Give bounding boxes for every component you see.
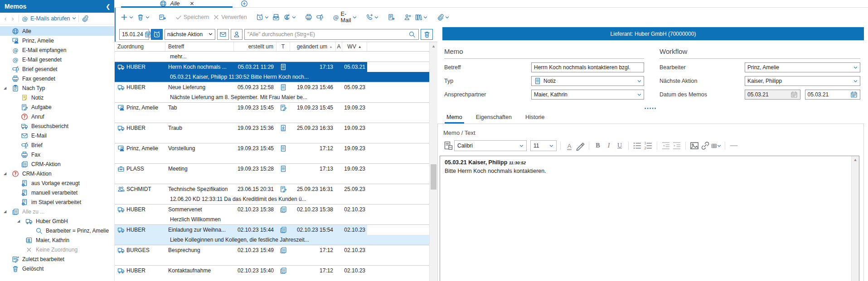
- memo-row[interactable]: HUBER Neue Lieferung 05.09.23 12:58 19.0…: [115, 82, 429, 102]
- memo-row[interactable]: Prinz, Amelie Tab 19.09.23 15:45 19.09.2…: [115, 102, 429, 123]
- ansprechpartner-dropdown[interactable]: Maier, Kathrin: [531, 90, 644, 100]
- image-button[interactable]: [689, 141, 699, 151]
- sidebar-item-prinz-amelie[interactable]: Prinz, Amelie: [0, 36, 114, 45]
- e-mail-button[interactable]: @E-Mail: [331, 10, 358, 25]
- memo-row-main[interactable]: HUBER Sommervenet 02.10.23 15:38 02.10.2…: [115, 205, 367, 214]
- fetch-emails-button[interactable]: @ E-Mails abrufen: [21, 15, 76, 22]
- person-add-button[interactable]: [402, 12, 412, 22]
- trash-button[interactable]: [136, 12, 151, 22]
- sidebar-item-crm-aktion[interactable]: CRM-Aktion: [0, 159, 114, 169]
- paperclip-icon[interactable]: [81, 15, 88, 22]
- memo-row-main[interactable]: HUBER Neue Lieferung 05.09.23 12:58 19.0…: [115, 82, 367, 92]
- scroll-up-icon[interactable]: ▲: [430, 42, 437, 50]
- memo-row[interactable]: Prinz, Amelie Vorstellung 19.09.23 15:45…: [115, 143, 429, 163]
- phone-button[interactable]: [364, 12, 380, 22]
- editor-scrollbar[interactable]: ▲: [851, 156, 859, 281]
- back-arrow-icon[interactable]: ‹: [2, 15, 9, 22]
- memo-row-main[interactable]: Prinz, Amelie Vorstellung 19.09.23 15:45…: [115, 143, 367, 153]
- font-family-dropdown[interactable]: Calibri: [454, 140, 527, 151]
- tree-expander-icon[interactable]: ◢: [4, 86, 6, 90]
- grid-more-row[interactable]: mehr...: [115, 52, 429, 62]
- sidebar-item-alle[interactable]: Alle: [0, 26, 114, 36]
- memo-row-main[interactable]: HUBER Kontaktaufnahme 02.10.23 15:40 17:…: [115, 266, 367, 276]
- sidebar-item-gelöscht[interactable]: Gelöscht: [0, 264, 114, 273]
- memo-row[interactable]: HUBER Traub 19.09.23 15:36 25.09.23 16:3…: [115, 123, 429, 143]
- column-header-erstellt-um[interactable]: erstellt um: [234, 42, 276, 51]
- next-action-toggle-button[interactable]: [151, 29, 163, 40]
- sidebar-item-manuell-verarbeitet[interactable]: manuell verarbeitet: [0, 188, 114, 197]
- column-header-geändert-um[interactable]: geändert um▲: [290, 42, 336, 51]
- collapse-sidebar-icon[interactable]: ❮: [106, 3, 111, 10]
- sidebar-item-bearbeiter-prinz-amelie[interactable]: Bearbeiter = Prinz, Amelie: [0, 226, 114, 235]
- font-color-button[interactable]: A: [564, 141, 574, 151]
- column-header-t[interactable]: T: [276, 42, 290, 51]
- datum-bis-field[interactable]: 05.03.21: [805, 90, 861, 100]
- tree-expander-icon[interactable]: ◢: [17, 219, 20, 223]
- clear-filter-button[interactable]: [421, 29, 433, 40]
- memo-editor[interactable]: 05.03.21 Kaiser, Philipp 11:30:52 Bitte …: [440, 156, 859, 281]
- sidebar-item-besuchsbericht[interactable]: Besuchsbericht: [0, 121, 114, 131]
- column-header-zuordnung[interactable]: Zuordnung: [115, 42, 165, 51]
- mailbox-button[interactable]: [315, 12, 325, 22]
- memo-row-main[interactable]: Prinz, Amelie Tab 19.09.23 15:45 19.09.2…: [115, 103, 367, 113]
- sidebar-item-im-stapel-verarbeitet[interactable]: im Stapel verarbeitet: [0, 197, 114, 207]
- fax-button[interactable]: [304, 12, 314, 22]
- column-header-wv[interactable]: WV▲: [342, 42, 367, 51]
- sidebar-item-maier-kathrin[interactable]: Maier, Kathrin: [0, 235, 114, 245]
- memo-row[interactable]: SCHMIDT Technische Spezifikation 23.06.1…: [115, 184, 429, 204]
- scrollbar-thumb[interactable]: [431, 164, 436, 190]
- tab-memo[interactable]: Memo: [446, 114, 463, 124]
- sidebar-item-zuletzt-bearbeitet[interactable]: Zuletzt bearbeitet: [0, 254, 114, 264]
- tree-expander-icon[interactable]: ◢: [4, 210, 6, 214]
- bold-button[interactable]: B: [593, 141, 603, 151]
- memo-row[interactable]: HUBER Herrn Koch nochmals ... 05.03.21 1…: [115, 62, 429, 82]
- link-button[interactable]: [700, 141, 710, 151]
- new-tab-button[interactable]: [241, 0, 248, 7]
- search-input[interactable]: "Alle" durchsuchen (Strg+E): [244, 29, 419, 40]
- search-icon[interactable]: [408, 31, 416, 38]
- alarm-button[interactable]: [255, 12, 270, 22]
- close-tab-icon[interactable]: ✕: [189, 0, 194, 7]
- scroll-up-icon[interactable]: ▲: [853, 156, 858, 163]
- paste-button[interactable]: [443, 141, 453, 151]
- person-redo-button[interactable]: [282, 12, 297, 22]
- ol-button[interactable]: 12: [643, 141, 653, 151]
- calendar-icon[interactable]: [850, 91, 858, 98]
- sidebar-item-e-mail-gesendet[interactable]: @E-Mail gesendet: [0, 55, 114, 64]
- table-button[interactable]: [711, 141, 721, 151]
- sidebar-item-crm-aktion[interactable]: ◢?CRM-Aktion: [0, 169, 114, 178]
- font-size-dropdown[interactable]: 11: [530, 140, 557, 151]
- tab-historie[interactable]: Historie: [524, 114, 545, 124]
- tab-alle[interactable]: Alle ✕: [121, 0, 233, 7]
- italic-button[interactable]: I: [604, 141, 614, 151]
- assign-button[interactable]: [157, 12, 167, 22]
- splitter-handle[interactable]: •••••: [437, 107, 864, 110]
- sidebar-item-huber-gmbh[interactable]: ◢Huber GmbH: [0, 216, 114, 226]
- sidebar-item-e-mail[interactable]: E-Mail: [0, 131, 114, 140]
- memo-row[interactable]: BURGES Besprechung 02.10.23 15:49 17:12 …: [115, 245, 429, 265]
- betreff-input[interactable]: Herrn Koch nochmals kontaktieren bzgl.: [531, 62, 644, 72]
- memo-row[interactable]: HUBER Einladung zur Weihna... 02.10.23 1…: [115, 224, 429, 245]
- doc-export-button[interactable]: [386, 12, 396, 22]
- sidebar-item-fax[interactable]: Fax: [0, 150, 114, 159]
- column-header-betreff[interactable]: Betreff: [165, 42, 234, 51]
- date-filter-field[interactable]: 15.01.24: [119, 29, 149, 40]
- sidebar-item-aufgabe[interactable]: Aufgabe: [0, 102, 114, 112]
- ul-button[interactable]: [632, 141, 642, 151]
- plus-button[interactable]: [119, 12, 135, 22]
- highlight-button[interactable]: [575, 141, 585, 151]
- email-filter-button[interactable]: [217, 29, 229, 40]
- forward-arrow-icon[interactable]: ›: [9, 15, 16, 22]
- memo-row-main[interactable]: BURGES Besprechung 02.10.23 15:49 17:12 …: [115, 245, 367, 255]
- bearbeiter-dropdown[interactable]: Prinz, Amelie: [745, 62, 860, 72]
- typ-dropdown[interactable]: Notiz: [531, 76, 644, 86]
- memo-row[interactable]: HUBER Kontaktaufnahme 02.10.23 15:40 17:…: [115, 265, 429, 281]
- action-filter-dropdown[interactable]: nächste Aktion: [165, 29, 215, 40]
- underline-button[interactable]: U: [615, 141, 625, 151]
- memo-row-main[interactable]: HUBER Herrn Koch nochmals ... 05.03.21 1…: [115, 62, 367, 72]
- print-mail-button[interactable]: [271, 12, 281, 22]
- sidebar-item-alle-zu[interactable]: ◢Alle zu ...: [0, 207, 114, 216]
- sidebar-item-brief-gesendet[interactable]: Brief gesendet: [0, 64, 114, 74]
- paperclip-button[interactable]: [435, 12, 451, 22]
- naechste-aktion-dropdown[interactable]: Kaiser, Philipp: [745, 76, 860, 86]
